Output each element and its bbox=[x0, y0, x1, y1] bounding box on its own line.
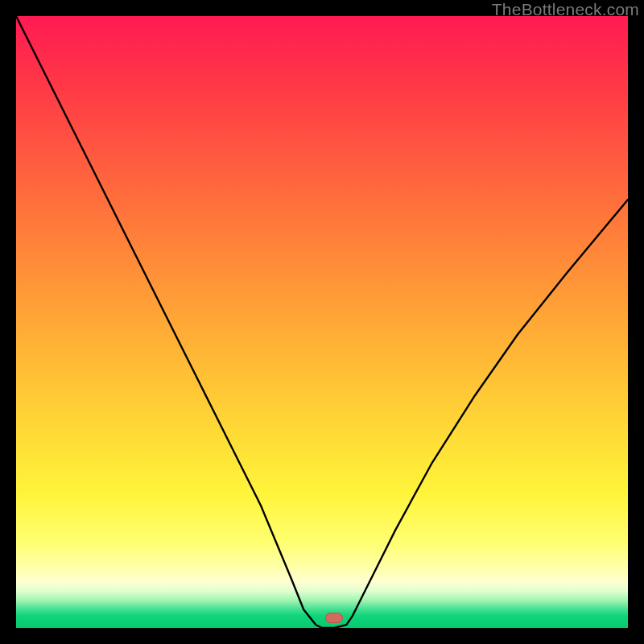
optimal-marker bbox=[325, 613, 343, 623]
chart-frame: TheBottleneck.com bbox=[0, 0, 644, 644]
watermark-text: TheBottleneck.com bbox=[492, 0, 639, 19]
plot-area bbox=[16, 16, 628, 628]
bottleneck-curve bbox=[16, 16, 628, 628]
